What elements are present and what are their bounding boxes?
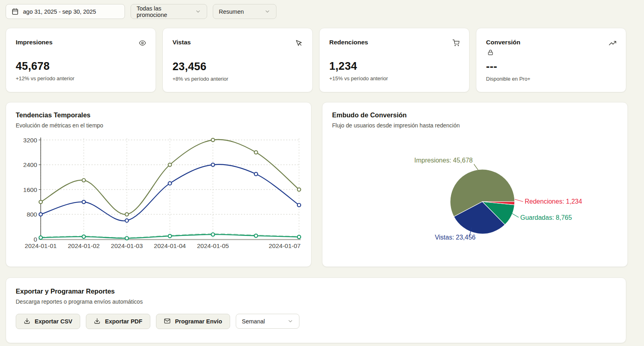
svg-text:2024-01-04: 2024-01-04 xyxy=(154,242,186,249)
funnel-pie-chart: Impresiones: 45,678Vistas: 23,456Guardad… xyxy=(332,134,618,258)
export-pdf-button[interactable]: Exportar PDF xyxy=(86,314,150,329)
svg-text:0: 0 xyxy=(33,236,37,243)
frequency-select[interactable]: Semanal xyxy=(236,314,299,329)
promotions-filter-select[interactable]: Todas las promocione xyxy=(131,4,207,19)
stat-value: --- xyxy=(486,60,616,73)
stat-subtitle: +15% vs período anterior xyxy=(329,75,459,81)
export-pdf-label: Exportar PDF xyxy=(105,318,142,325)
svg-text:2024-01-07: 2024-01-07 xyxy=(269,242,301,249)
stat-subtitle: Disponible en Pro+ xyxy=(486,76,616,82)
export-subtitle: Descarga reportes o programa envíos auto… xyxy=(16,298,616,305)
stat-value: 1,234 xyxy=(329,60,459,73)
svg-text:2024-01-03: 2024-01-03 xyxy=(111,242,143,249)
analytics-dashboard: ago 31, 2025 - sep 30, 2025 Todas las pr… xyxy=(0,0,644,346)
export-title: Exportar y Programar Reportes xyxy=(16,288,616,295)
mouse-pointer-icon xyxy=(295,40,303,48)
schedule-send-button[interactable]: Programar Envío xyxy=(156,314,230,329)
stat-card-impresiones: Impresiones 45,678 +12% vs período anter… xyxy=(6,28,156,92)
stat-title: Redenciones xyxy=(329,39,368,46)
funnel-title: Embudo de Conversión xyxy=(332,111,618,119)
chevron-down-icon xyxy=(195,8,201,15)
download-icon xyxy=(24,318,30,325)
svg-text:800: 800 xyxy=(27,211,37,218)
view-mode-select[interactable]: Resumen xyxy=(213,4,276,19)
view-mode-value: Resumen xyxy=(219,8,244,15)
svg-text:1600: 1600 xyxy=(23,186,37,193)
trends-subtitle: Evolución de métricas en el tiempo xyxy=(16,122,301,129)
stat-card-vistas: Vistas 23,456 +8% vs período anterior xyxy=(162,28,313,92)
funnel-card: Embudo de Conversión Flujo de usuarios d… xyxy=(322,102,628,267)
svg-text:2024-01-01: 2024-01-01 xyxy=(25,242,56,249)
stat-card-redenciones: Redenciones 1,234 +15% vs período anteri… xyxy=(319,28,469,92)
schedule-send-label: Programar Envío xyxy=(175,318,222,325)
eye-icon xyxy=(139,40,146,48)
date-range-value: ago 31, 2025 - sep 30, 2025 xyxy=(23,8,96,15)
svg-text:3200: 3200 xyxy=(23,137,37,144)
mail-icon xyxy=(164,318,170,325)
stat-title: Vistas xyxy=(172,39,191,46)
export-buttons-row: Exportar CSV Exportar PDF Programar Enví… xyxy=(16,314,616,329)
stat-subtitle: +12% vs período anterior xyxy=(16,75,146,81)
stat-title: Impresiones xyxy=(16,39,52,46)
stat-value: 23,456 xyxy=(172,60,303,73)
export-csv-button[interactable]: Exportar CSV xyxy=(16,314,80,329)
svg-text:Vistas: 23,456: Vistas: 23,456 xyxy=(435,234,476,241)
funnel-subtitle: Flujo de usuarios desde impresión hasta … xyxy=(332,122,618,129)
lock-icon xyxy=(488,50,616,56)
shopping-cart-icon xyxy=(453,40,459,48)
stat-value: 45,678 xyxy=(16,60,146,73)
trending-up-icon xyxy=(609,40,616,48)
trends-line-chart: 08001600240032002024-01-012024-01-022024… xyxy=(16,134,301,252)
svg-text:Redenciones: 1,234: Redenciones: 1,234 xyxy=(525,198,582,205)
download-icon xyxy=(94,318,100,325)
export-card: Exportar y Programar Reportes Descarga r… xyxy=(6,277,626,343)
svg-text:Impresiones: 45,678: Impresiones: 45,678 xyxy=(414,157,473,164)
export-csv-label: Exportar CSV xyxy=(35,318,72,325)
chevron-down-icon xyxy=(287,318,293,324)
frequency-value: Semanal xyxy=(242,318,265,325)
stat-card-conversion: Conversión --- Disponible en Pro+ xyxy=(476,28,626,92)
charts-row: Tendencias Temporales Evolución de métri… xyxy=(6,102,626,267)
promotions-filter-value: Todas las promocione xyxy=(137,5,190,18)
svg-text:Guardadas: 8,765: Guardadas: 8,765 xyxy=(520,214,572,221)
date-range-picker[interactable]: ago 31, 2025 - sep 30, 2025 xyxy=(6,4,125,19)
trends-title: Tendencias Temporales xyxy=(16,111,301,119)
chevron-down-icon xyxy=(264,8,270,15)
stat-cards-row: Impresiones 45,678 +12% vs período anter… xyxy=(6,28,626,92)
stat-title: Conversión xyxy=(486,39,520,46)
trends-card: Tendencias Temporales Evolución de métri… xyxy=(6,102,312,267)
svg-text:2400: 2400 xyxy=(23,161,37,168)
filter-bar: ago 31, 2025 - sep 30, 2025 Todas las pr… xyxy=(6,4,626,19)
calendar-icon xyxy=(12,8,19,15)
stat-subtitle: +8% vs período anterior xyxy=(172,76,303,82)
svg-text:2024-01-05: 2024-01-05 xyxy=(197,242,229,249)
svg-text:2024-01-02: 2024-01-02 xyxy=(68,242,100,249)
